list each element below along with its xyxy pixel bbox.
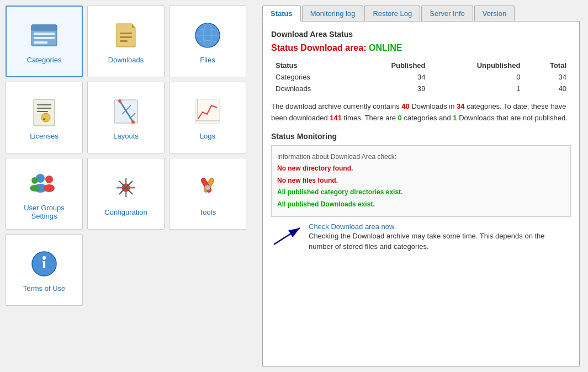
files-icon	[192, 19, 224, 51]
stats-table: Status Published Unpublished Total Categ…	[271, 60, 571, 94]
sidebar-item-terms-of-use[interactable]: i Terms of Use	[6, 234, 83, 306]
svg-point-18	[41, 113, 50, 122]
sidebar-item-label-downloads: Downloads	[108, 56, 144, 64]
sidebar-item-label-licenses: Licenses	[30, 132, 58, 140]
sidebar-item-label-layouts: Layouts	[113, 132, 139, 140]
svg-point-31	[45, 176, 53, 183]
svg-rect-26	[195, 99, 220, 124]
categories-icon	[28, 19, 60, 51]
sidebar-item-files[interactable]: Files	[169, 6, 246, 77]
terms-of-use-icon: i	[28, 248, 60, 280]
layouts-icon	[110, 95, 142, 127]
sidebar-item-logs[interactable]: Logs	[169, 82, 246, 153]
monitoring-section: Status Monitoring Information about Down…	[271, 132, 571, 217]
tab-version[interactable]: Version	[474, 6, 515, 21]
count-categories: 34	[457, 102, 464, 110]
svg-point-42	[205, 185, 210, 190]
status-online-line: Status Download area: ONLINE	[271, 43, 571, 53]
table-row: Downloads39140	[271, 83, 571, 94]
count-one-dl: 1	[453, 114, 457, 122]
arrow-icon	[271, 224, 304, 246]
sidebar-item-label-user-groups-settings: User GroupsSettings	[24, 204, 65, 220]
count-downloads: 40	[401, 102, 409, 110]
col-status: Status	[271, 60, 352, 71]
svg-rect-3	[34, 37, 55, 39]
svg-line-47	[274, 228, 300, 245]
sidebar-item-user-groups-settings[interactable]: User GroupsSettings	[6, 158, 83, 230]
sidebar-item-categories[interactable]: Categories	[6, 6, 83, 77]
sidebar-item-label-logs: Logs	[200, 132, 215, 140]
status-value: ONLINE	[369, 43, 402, 52]
svg-point-34	[30, 185, 40, 192]
svg-point-19	[43, 118, 45, 120]
sidebar-item-label-terms-of-use: Terms of Use	[23, 284, 66, 293]
content-area: Download Area Status Status Download are…	[262, 22, 580, 366]
check-link-and-text: Check Download area now. Checking the Do…	[309, 222, 571, 252]
tools-icon	[192, 172, 224, 204]
tab-monitoring-log[interactable]: Monitoring log	[302, 6, 364, 21]
monitoring-box: Information about Download Area check: N…	[271, 145, 571, 217]
status-prefix: Status Download area:	[271, 43, 366, 52]
sidebar-item-downloads[interactable]: Downloads	[87, 6, 165, 77]
count-downloaded: 141	[330, 114, 342, 122]
table-row: Categories34034	[271, 71, 571, 83]
left-panel: Categories Downloads Files Licenses Layo…	[0, 0, 254, 372]
tab-restore-log[interactable]: Restore Log	[364, 6, 420, 21]
sidebar-item-label-categories: Categories	[27, 56, 62, 64]
tab-bar: StatusMonitoring logRestore LogServer In…	[262, 6, 580, 22]
svg-point-45	[43, 256, 46, 259]
col-total: Total	[525, 60, 571, 71]
col-published: Published	[352, 60, 430, 71]
svg-rect-17	[37, 111, 48, 112]
monitoring-line: No new directory found.	[277, 163, 565, 175]
svg-point-33	[31, 177, 38, 184]
svg-rect-8	[120, 36, 132, 38]
svg-rect-2	[34, 33, 55, 35]
count-zero-cats: 0	[398, 114, 402, 122]
sidebar-item-tools[interactable]: Tools	[169, 158, 246, 230]
tab-server-info[interactable]: Server Info	[421, 6, 473, 21]
licenses-icon	[28, 95, 60, 127]
sidebar-item-configuration[interactable]: Configuration	[87, 158, 165, 230]
sidebar-item-label-tools: Tools	[199, 208, 216, 216]
svg-rect-7	[120, 33, 132, 34]
svg-rect-16	[37, 108, 51, 109]
svg-point-25	[131, 120, 135, 124]
section-title: Download Area Status	[271, 30, 571, 39]
logs-icon	[192, 95, 224, 127]
svg-rect-1	[31, 25, 57, 30]
svg-rect-9	[120, 40, 128, 42]
tab-status[interactable]: Status	[262, 6, 301, 22]
monitoring-info: Information about Download Area check:	[277, 151, 565, 163]
monitoring-title: Status Monitoring	[271, 132, 571, 141]
monitoring-line: All published Downloads exist.	[277, 199, 565, 211]
check-description: Checking the Download archive may take s…	[309, 231, 571, 252]
monitoring-line: All published category directories exist…	[277, 187, 565, 199]
summary-text: The download archive currently contains …	[271, 101, 571, 124]
svg-rect-4	[34, 41, 47, 44]
configuration-icon	[110, 172, 142, 204]
sidebar-item-layouts[interactable]: Layouts	[87, 82, 165, 153]
sidebar-item-label-configuration: Configuration	[104, 208, 147, 216]
sidebar-item-label-files: Files	[200, 56, 215, 64]
user-groups-settings-icon	[28, 167, 60, 199]
svg-point-24	[118, 99, 121, 103]
svg-rect-15	[37, 104, 51, 105]
col-unpublished: Unpublished	[430, 60, 525, 71]
right-panel: StatusMonitoring logRestore LogServer In…	[254, 0, 588, 372]
monitoring-line: No new files found.	[277, 175, 565, 187]
check-area: Check Download area now. Checking the Do…	[271, 222, 571, 252]
sidebar-item-licenses[interactable]: Licenses	[6, 82, 83, 153]
svg-point-32	[44, 184, 55, 192]
check-download-link[interactable]: Check Download area now.	[309, 222, 396, 231]
downloads-icon	[110, 19, 142, 51]
